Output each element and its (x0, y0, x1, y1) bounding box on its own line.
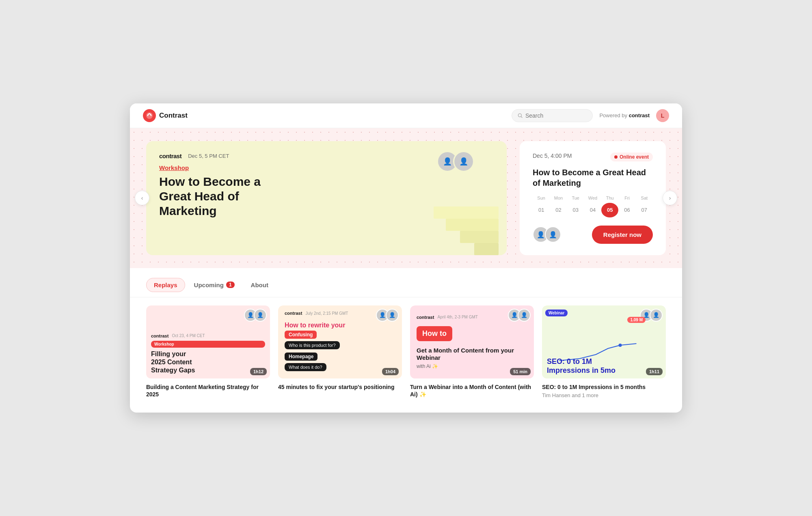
card-3-main-title: Get a Month of Content from your Webinar (417, 347, 527, 362)
card-2-tooltip-1: Who is this product for? (285, 341, 395, 351)
search-input[interactable] (525, 112, 587, 119)
tabs-section: Replays Upcoming 1 About (130, 268, 682, 297)
cal-dates-row: 01 02 03 04 05 06 07 (533, 203, 653, 217)
event-details: Dec 5, 4:00 PM Online event How to Becom… (520, 141, 666, 255)
cal-day-mon: Mon (550, 196, 567, 200)
card-4-label: SEO: 0 to 1M Impressions in 5 months (542, 383, 666, 391)
card-1-thumb-title: Filling your2025 ContentStrategy Gaps (151, 350, 265, 374)
event-card-title: How to Become a Great Head of Marketing (159, 174, 289, 218)
card-2-label: 45 minutes to fix your startup's positio… (278, 383, 402, 391)
card-1-workshop-badge: Workshop (151, 341, 265, 348)
logo-area: Contrast (143, 109, 188, 122)
header: Contrast Powered by contrast L (130, 103, 682, 128)
hero-nav-right-button[interactable]: › (663, 191, 677, 205)
cal-days-row: Sun Mon Tue Wed Thu Fri Sat (533, 196, 653, 200)
card-4-webinar-badge: Webinar (545, 309, 568, 319)
cal-date-05[interactable]: 05 (601, 203, 618, 217)
event-details-header: Dec 5, 4:00 PM Online event (533, 153, 653, 161)
card-3-thumbnail: contrast April 4th, 2-3 PM GMT How to Ge… (410, 305, 534, 378)
card-4-sub: Tim Hansen and 1 more (542, 392, 666, 398)
cal-day-wed: Wed (584, 196, 601, 200)
card-3-how-box: How to (417, 326, 527, 344)
cal-date-03[interactable]: 03 (567, 203, 584, 217)
speaker-avatar-2: 👤 (453, 151, 474, 172)
calendar-grid: Sun Mon Tue Wed Thu Fri Sat 01 02 03 04 … (533, 196, 653, 217)
card-4-duration: 1h11 (646, 368, 663, 375)
logo-icon (143, 109, 156, 122)
content-card-3[interactable]: contrast April 4th, 2-3 PM GMT How to Ge… (410, 305, 534, 400)
card-2-duration: 1h04 (382, 368, 399, 375)
powered-by: Powered by contrast (599, 112, 650, 118)
card-1-duration: 1h12 (250, 368, 267, 375)
content-card-4[interactable]: Webinar 1.09 M 👤 👤 SEO: 0 to 1MImpressio… (542, 305, 666, 400)
card-4-views-badge: 1.09 M (627, 317, 646, 323)
content-card-1[interactable]: contrast Oct 23, 4 PM CET Workshop Filli… (146, 305, 270, 400)
cal-date-01[interactable]: 01 (533, 203, 550, 217)
hero-nav-left-button[interactable]: ‹ (135, 191, 149, 205)
logo-text: Contrast (159, 112, 188, 120)
event-details-title: How to Become a Great Head of Marketing (533, 167, 653, 188)
cal-date-06[interactable]: 06 (618, 203, 635, 217)
card-1-avatar-2: 👤 (254, 309, 267, 322)
card-4-thumbnail: Webinar 1.09 M 👤 👤 SEO: 0 to 1MImpressio… (542, 305, 666, 378)
card-3-avatars: 👤 👤 (508, 309, 531, 322)
event-card-logo: contrast (159, 153, 181, 159)
content-card-2[interactable]: contrast July 2nd, 2:15 PM GMT How to re… (278, 305, 402, 400)
online-badge: Online event (610, 153, 653, 161)
card-2-avatar-2: 👤 (386, 309, 399, 322)
card-2-tags: Confusing (285, 331, 395, 340)
card-2-tooltip-2: What does it do? (285, 363, 395, 373)
svg-point-6 (619, 344, 622, 347)
search-icon (518, 113, 523, 118)
event-card-date: Dec 5, 5 PM CET (188, 153, 229, 159)
cal-day-sat: Sat (636, 196, 653, 200)
card-1-logo-row: contrast Oct 23, 4 PM CET (151, 333, 265, 338)
svg-rect-2 (474, 243, 499, 255)
upcoming-badge: 1 (226, 282, 235, 288)
card-1-avatars: 👤 👤 (244, 309, 267, 322)
cal-date-04[interactable]: 04 (584, 203, 601, 217)
card-3-label: Turn a Webinar into a Month of Content (… (410, 383, 534, 398)
card-4-seo-title: SEO: 0 to 1MImpressions in 5mo (547, 357, 661, 375)
card-2-rewrite-text: How to rewrite your (285, 321, 395, 330)
cal-date-07[interactable]: 07 (636, 203, 653, 217)
event-details-footer: 👤 👤 Register now (533, 226, 653, 244)
tab-about[interactable]: About (244, 278, 276, 292)
search-bar[interactable] (512, 109, 593, 122)
speaker-avatars: 👤 👤 (533, 226, 561, 243)
card-3-avatar-2: 👤 (518, 309, 531, 322)
cal-day-sun: Sun (533, 196, 550, 200)
event-card-main[interactable]: contrast Dec 5, 5 PM CET 👤 👤 Workshop Ho… (146, 141, 507, 255)
user-avatar[interactable]: L (656, 109, 669, 122)
register-now-button[interactable]: Register now (592, 226, 653, 244)
tab-replays[interactable]: Replays (146, 278, 185, 292)
tabs: Replays Upcoming 1 About (146, 278, 666, 292)
card-4-avatar-2: 👤 (650, 309, 663, 322)
hero-section: ‹ contrast Dec 5, 5 PM CET 👤 👤 Workshop … (130, 128, 682, 268)
svg-rect-4 (446, 219, 499, 231)
cal-date-02[interactable]: 02 (550, 203, 567, 217)
staircase-graphic (425, 190, 499, 255)
card-1-thumbnail: contrast Oct 23, 4 PM CET Workshop Filli… (146, 305, 270, 378)
svg-rect-5 (434, 206, 499, 219)
card-1-label: Building a Content Marketing Strategy fo… (146, 383, 270, 398)
cal-day-fri: Fri (618, 196, 635, 200)
card-2-homepage-tag: Homepage (285, 353, 395, 362)
cal-day-thu: Thu (601, 196, 618, 200)
speaker-avatar-b: 👤 (545, 226, 561, 243)
svg-rect-3 (460, 231, 499, 243)
browser-window: Contrast Powered by contrast L ‹ contras… (130, 103, 682, 413)
event-details-date: Dec 5, 4:00 PM (533, 153, 572, 159)
cal-day-tue: Tue (567, 196, 584, 200)
content-grid: contrast Oct 23, 4 PM CET Workshop Filli… (130, 297, 682, 413)
online-dot (614, 155, 618, 159)
card-3-duration: 51 min (510, 368, 531, 375)
card-2-thumbnail: contrast July 2nd, 2:15 PM GMT How to re… (278, 305, 402, 378)
card-2-avatars: 👤 👤 (376, 309, 399, 322)
event-card-avatars: 👤 👤 (437, 151, 474, 172)
tab-upcoming[interactable]: Upcoming 1 (187, 278, 242, 292)
